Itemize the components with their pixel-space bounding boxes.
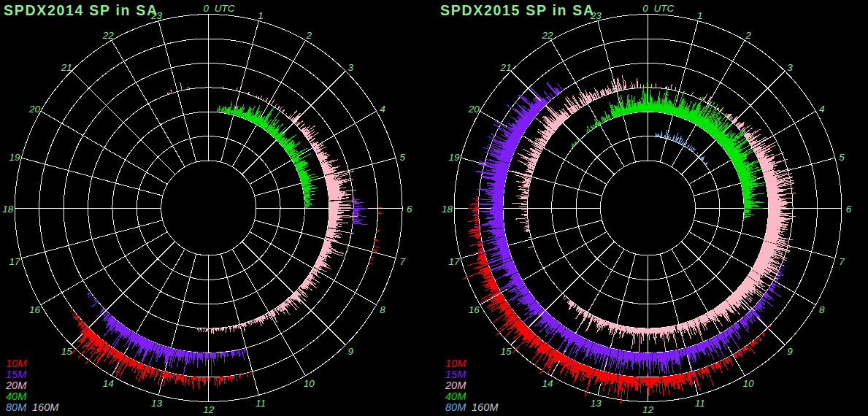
svg-text:0: 0 [203, 3, 209, 14]
svg-text:2: 2 [305, 30, 312, 41]
svg-text:4: 4 [819, 104, 825, 115]
svg-text:19: 19 [448, 152, 460, 163]
svg-text:21: 21 [61, 62, 72, 73]
svg-text:17: 17 [9, 256, 21, 267]
svg-text:17: 17 [448, 256, 460, 267]
svg-text:10: 10 [304, 378, 315, 389]
svg-text:1: 1 [697, 10, 703, 21]
svg-text:12: 12 [203, 404, 215, 415]
svg-text:SPDX2015 SP in SA: SPDX2015 SP in SA [440, 2, 595, 18]
svg-text:15: 15 [500, 346, 512, 357]
svg-text:21: 21 [499, 62, 511, 73]
svg-text:160M: 160M [472, 401, 499, 413]
svg-text:5: 5 [400, 152, 406, 163]
svg-text:40M: 40M [6, 390, 27, 402]
svg-text:UTC: UTC [654, 3, 675, 14]
svg-text:6: 6 [846, 204, 852, 215]
svg-text:22: 22 [102, 30, 115, 41]
svg-text:UTC: UTC [215, 3, 235, 14]
svg-text:0: 0 [642, 3, 648, 14]
svg-text:2: 2 [745, 30, 751, 41]
svg-text:20M: 20M [445, 380, 466, 391]
svg-text:SPDX2014 SP in SA: SPDX2014 SP in SA [4, 2, 158, 18]
svg-text:80M: 80M [445, 401, 466, 413]
svg-text:3: 3 [347, 62, 353, 73]
svg-text:8: 8 [819, 304, 825, 315]
svg-text:15: 15 [61, 346, 73, 357]
svg-text:10: 10 [742, 378, 754, 389]
svg-text:13: 13 [591, 398, 602, 409]
svg-text:5: 5 [839, 152, 845, 163]
svg-text:14: 14 [103, 378, 114, 389]
svg-text:16: 16 [469, 304, 480, 315]
svg-text:4: 4 [380, 104, 385, 115]
svg-text:20M: 20M [5, 380, 27, 391]
svg-text:22: 22 [541, 30, 553, 41]
svg-text:20: 20 [468, 104, 480, 115]
svg-text:6: 6 [407, 204, 412, 215]
svg-text:80M: 80M [6, 401, 27, 413]
svg-text:40M: 40M [445, 390, 466, 402]
svg-text:9: 9 [347, 346, 353, 357]
svg-text:8: 8 [380, 304, 385, 315]
svg-text:14: 14 [542, 378, 553, 389]
svg-text:11: 11 [695, 398, 705, 409]
svg-text:13: 13 [151, 398, 163, 409]
svg-text:18: 18 [442, 204, 453, 215]
svg-text:18: 18 [2, 204, 14, 215]
svg-text:15M: 15M [445, 369, 466, 380]
svg-text:19: 19 [9, 152, 21, 163]
svg-text:7: 7 [839, 256, 845, 267]
svg-text:20: 20 [28, 104, 41, 115]
svg-text:7: 7 [400, 256, 406, 267]
svg-text:10M: 10M [445, 358, 466, 369]
svg-text:10M: 10M [6, 358, 27, 369]
svg-text:16: 16 [29, 304, 41, 315]
svg-text:11: 11 [256, 398, 266, 409]
svg-text:3: 3 [787, 62, 793, 73]
svg-text:9: 9 [787, 346, 793, 357]
svg-text:1: 1 [258, 10, 264, 21]
svg-text:12: 12 [642, 404, 654, 415]
svg-text:160M: 160M [32, 401, 59, 413]
svg-text:15M: 15M [6, 369, 27, 380]
